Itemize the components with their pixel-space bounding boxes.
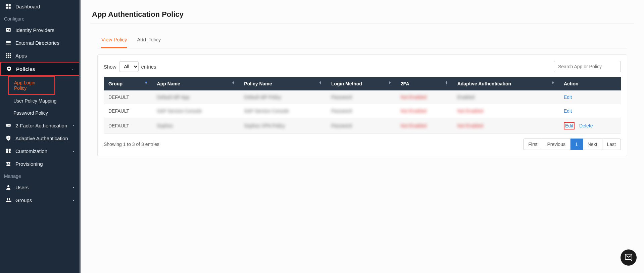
sort-icon: ▲▼ (319, 81, 322, 84)
table-footer: Showing 1 to 3 of 3 entries First Previo… (104, 139, 621, 150)
sidebar-item-dashboard[interactable]: Dashboard (0, 0, 81, 13)
user-icon (5, 184, 11, 190)
sidebar-item-label: Provisioning (15, 161, 43, 167)
puzzle-icon (5, 148, 11, 154)
users-group-icon (5, 197, 11, 203)
sidebar-section-configure: Configure (0, 13, 81, 24)
shield-check-icon (5, 135, 11, 141)
col-login-method[interactable]: Login Method▲▼ (327, 77, 396, 90)
chat-fab[interactable] (621, 249, 637, 266)
edit-link[interactable]: Edit (564, 108, 572, 114)
delete-link[interactable]: Delete (579, 123, 593, 128)
cell-app-name: Default IdP App (152, 90, 240, 104)
svg-rect-17 (6, 57, 7, 58)
table-toolbar: Show All entries (104, 61, 621, 72)
sidebar-item-identity-providers[interactable]: Identity Providers (0, 24, 81, 36)
sidebar-item-apps[interactable]: Apps (0, 49, 81, 62)
svg-rect-2 (6, 7, 8, 9)
svg-point-32 (9, 198, 10, 200)
svg-point-26 (9, 151, 11, 153)
divider (91, 24, 634, 24)
svg-point-20 (8, 68, 10, 70)
sort-icon: ▲▼ (145, 81, 148, 84)
tab-view-policy[interactable]: View Policy (101, 34, 127, 48)
col-adaptive-auth[interactable]: Adaptive Authentication▲▼ (453, 77, 559, 90)
svg-point-5 (7, 29, 8, 30)
sidebar-item-label: Dashboard (15, 4, 40, 9)
sidebar-item-groups[interactable]: Groups (0, 194, 81, 206)
sidebar-item-label: Policies (16, 66, 35, 72)
svg-rect-25 (6, 151, 8, 153)
svg-rect-8 (6, 41, 11, 42)
sidebar-item-policies[interactable]: Policies (0, 62, 81, 76)
cell-login-method: Password (327, 118, 396, 134)
svg-rect-11 (6, 53, 7, 54)
edit-link[interactable]: Edit (564, 122, 575, 129)
svg-rect-29 (6, 164, 10, 166)
chevron-down-icon (72, 185, 75, 190)
tabs: View Policy Add Policy (97, 34, 627, 48)
pager-last[interactable]: Last (602, 139, 621, 150)
svg-rect-19 (10, 57, 11, 58)
policy-card: Show All entries Group▲▼ App Name▲▼ Poli… (97, 54, 627, 156)
svg-point-31 (7, 198, 8, 200)
chevron-down-icon (71, 66, 75, 72)
svg-rect-1 (9, 4, 11, 6)
chat-icon (625, 253, 633, 262)
policies-subitems: App Login Policy User Policy Mapping Pas… (0, 76, 81, 119)
svg-rect-23 (6, 149, 8, 151)
sidebar-item-provisioning[interactable]: Provisioning (0, 157, 81, 170)
pager-previous[interactable]: Previous (542, 139, 570, 150)
sidebar-item-label: Apps (15, 53, 27, 58)
cell-app-name: Sophos (152, 118, 240, 134)
svg-rect-0 (6, 4, 8, 6)
cell-action: Edit (559, 90, 621, 104)
edit-link[interactable]: Edit (564, 94, 572, 100)
sidebar-item-external-directories[interactable]: External Directories (0, 36, 81, 49)
search-input[interactable] (554, 61, 621, 72)
tab-add-policy[interactable]: Add Policy (137, 34, 161, 48)
svg-point-27 (6, 162, 8, 164)
sidebar-item-users[interactable]: Users (0, 181, 81, 194)
sort-icon: ▲▼ (445, 81, 448, 84)
sort-icon: ▲▼ (388, 81, 391, 84)
col-app-name[interactable]: App Name▲▼ (152, 77, 240, 90)
sidebar-item-adaptive-auth[interactable]: Adaptive Authentication (0, 132, 81, 145)
pager-first[interactable]: First (523, 139, 542, 150)
sidebar-subitem-user-policy-mapping[interactable]: User Policy Mapping (8, 95, 81, 107)
cell-2fa: Not Enabled (396, 90, 453, 104)
entries-select[interactable]: All (119, 61, 139, 72)
cell-action: Edit Delete (559, 118, 621, 134)
table-row: DEFAULT Default IdP App Default IdP Poli… (104, 90, 621, 104)
pager-page-1[interactable]: 1 (571, 139, 583, 150)
sidebar-subitem-password-policy[interactable]: Password Policy (8, 107, 81, 119)
cell-login-method: Password (327, 104, 396, 118)
sidebar-item-two-factor[interactable]: 123 2-Factor Authentication (0, 119, 81, 132)
id-card-icon (5, 27, 11, 33)
svg-rect-16 (10, 55, 11, 56)
pager-next[interactable]: Next (583, 139, 602, 150)
cell-group: DEFAULT (104, 104, 152, 118)
cell-action: Edit (559, 104, 621, 118)
sidebar-subitem-app-login-policy[interactable]: App Login Policy (8, 76, 55, 95)
col-policy-name[interactable]: Policy Name▲▼ (239, 77, 327, 90)
two-factor-icon: 123 (5, 122, 11, 128)
dashboard-icon (5, 3, 11, 9)
sidebar-item-label: Groups (15, 197, 32, 203)
sidebar-section-manage: Manage (0, 170, 81, 181)
sidebar-item-label: 2-Factor Authentication (15, 123, 67, 128)
svg-rect-18 (8, 57, 9, 58)
svg-point-28 (8, 162, 10, 164)
cell-2fa: Not Enabled (396, 118, 453, 134)
table-row: DEFAULT SAP Service Console SAP Service … (104, 104, 621, 118)
show-label: Show (104, 64, 116, 70)
svg-rect-7 (9, 30, 10, 31)
col-2fa[interactable]: 2FA▲▼ (396, 77, 453, 90)
chevron-down-icon (72, 123, 75, 128)
sidebar-item-customization[interactable]: Customization (0, 145, 81, 157)
svg-rect-12 (8, 53, 9, 54)
col-group[interactable]: Group▲▼ (104, 77, 152, 90)
cell-adaptive: Not Enabled (453, 118, 559, 134)
cell-adaptive: Not Enabled (453, 104, 559, 118)
col-action: Action (559, 77, 621, 90)
